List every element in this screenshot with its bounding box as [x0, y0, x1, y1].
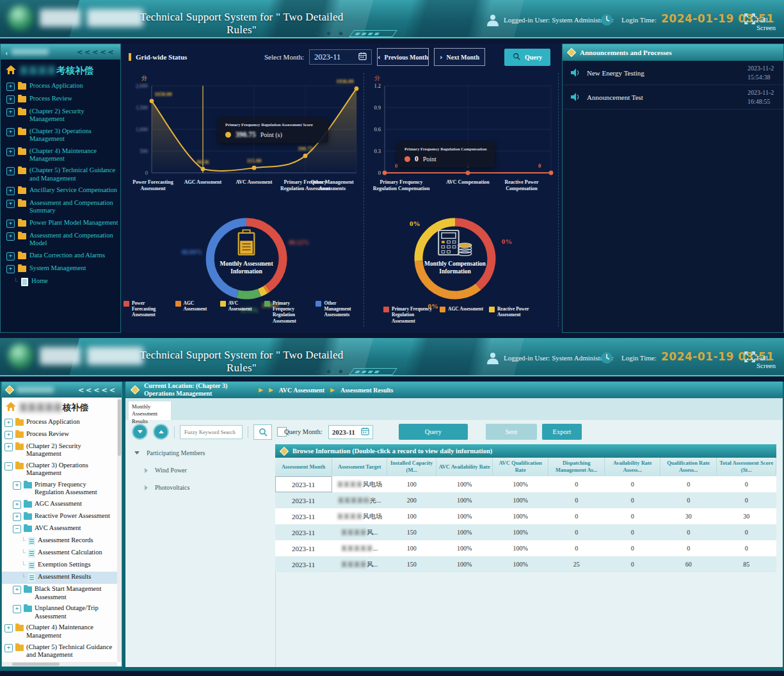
- sidebar-item[interactable]: └Assessment Records: [2, 535, 117, 547]
- breadcrumb-item[interactable]: Assessment Results: [340, 387, 394, 394]
- column-header[interactable]: Assessment Month: [275, 458, 332, 476]
- cell-value[interactable]: 0: [717, 540, 776, 556]
- tab-monthly-assessment-results[interactable]: Monthly Assessment Results: [128, 401, 172, 420]
- expand-plus-icon[interactable]: +: [6, 148, 15, 156]
- cell-value[interactable]: 25: [548, 556, 605, 572]
- expand-plus-icon[interactable]: +: [6, 83, 15, 91]
- cell-value[interactable]: 100%: [493, 524, 548, 540]
- sidebar-item[interactable]: −AVC Assessment: [2, 523, 117, 535]
- cell-value[interactable]: 100%: [436, 508, 493, 524]
- cell-assessment-target[interactable]: 某某某某某...: [332, 540, 387, 556]
- cell-value[interactable]: 150: [387, 556, 436, 572]
- cell-assessment-month[interactable]: 2023-11: [275, 476, 332, 493]
- query-button[interactable]: Query: [504, 49, 550, 66]
- cell-value[interactable]: 0: [605, 476, 660, 493]
- collapse-arrow-icon[interactable]: ‹: [5, 48, 8, 56]
- scrollbar-thumb[interactable]: [118, 399, 121, 456]
- members-item-photovoltaics[interactable]: Photovoltaics: [125, 479, 275, 496]
- cell-value[interactable]: 100%: [436, 492, 493, 508]
- export-button[interactable]: Export: [542, 424, 582, 440]
- expand-all-button[interactable]: [153, 424, 169, 440]
- column-header[interactable]: Assessment Target: [332, 458, 387, 476]
- column-header[interactable]: Total Assessment Score (St...: [717, 458, 776, 476]
- sidebar-item[interactable]: +(Chapter 3) Operations Management: [1, 125, 120, 145]
- search-button[interactable]: [253, 424, 272, 440]
- triangle-right-icon[interactable]: [145, 468, 148, 473]
- sent-button[interactable]: Sent: [486, 424, 537, 440]
- cell-assessment-month[interactable]: 2023-11: [275, 524, 332, 540]
- sidebar-item[interactable]: +(Chapter 2) Security Management: [1, 106, 120, 125]
- sidebar-item[interactable]: +Process Review: [2, 428, 117, 440]
- members-item-wind-power[interactable]: Wind Power: [125, 462, 275, 479]
- expand-plus-icon[interactable]: +: [6, 220, 15, 228]
- vertical-scrollbar[interactable]: [117, 398, 122, 662]
- cell-value[interactable]: 0: [717, 476, 776, 493]
- expand-plus-icon[interactable]: +: [6, 252, 15, 261]
- expand-plus-icon[interactable]: +: [6, 128, 15, 136]
- cell-value[interactable]: 30: [660, 508, 717, 524]
- sidebar-item[interactable]: └Assessment Calculation: [2, 547, 117, 559]
- cell-value[interactable]: 100%: [436, 524, 493, 540]
- cell-value[interactable]: 0: [660, 524, 717, 540]
- expand-plus-icon[interactable]: +: [6, 95, 15, 104]
- sidebar-item[interactable]: +Black Start Management Assessment: [2, 584, 117, 603]
- fullscreen-icon[interactable]: [744, 13, 755, 24]
- cell-value[interactable]: 0: [605, 540, 660, 556]
- sidebar-item[interactable]: −(Chapter 3) Operations Management: [2, 460, 117, 479]
- collapse-all-button[interactable]: [132, 424, 148, 440]
- cell-value[interactable]: 100%: [493, 540, 548, 556]
- expand-plus-icon[interactable]: +: [6, 265, 15, 273]
- table-row[interactable]: 2023-11某某某某某...100100%100%0000: [275, 540, 776, 556]
- fullscreen-icon[interactable]: [744, 351, 755, 362]
- fullscreen-label[interactable]: Full Screen: [756, 16, 784, 31]
- sidebar-item[interactable]: +Process Application: [2, 416, 117, 428]
- sidebar-item[interactable]: +Ancillary Service Compensation: [1, 184, 120, 197]
- cell-value[interactable]: 100: [387, 476, 436, 493]
- cell-assessment-month[interactable]: 2023-11: [275, 540, 332, 556]
- cell-value[interactable]: 0: [605, 492, 660, 508]
- expand-plus-icon[interactable]: +: [13, 586, 21, 594]
- expand-plus-icon[interactable]: +: [4, 624, 13, 632]
- triangle-down-icon[interactable]: [134, 451, 140, 455]
- previous-month-button[interactable]: ‹Previous Month: [377, 48, 429, 66]
- expand-minus-icon[interactable]: −: [4, 462, 13, 471]
- cell-value[interactable]: 0: [548, 540, 605, 556]
- expand-plus-icon[interactable]: +: [4, 644, 13, 652]
- expand-plus-icon[interactable]: +: [13, 501, 21, 509]
- expand-plus-icon[interactable]: +: [13, 481, 21, 490]
- sidebar-item[interactable]: +Assessment and Compensation Summary: [1, 197, 120, 217]
- expand-plus-icon[interactable]: +: [6, 200, 15, 208]
- sidebar-header[interactable]: ‹ <<<<<: [1, 44, 120, 60]
- cell-value[interactable]: 100%: [493, 556, 548, 572]
- sidebar-item[interactable]: +Assessment and Compensation Model: [1, 230, 120, 250]
- column-header[interactable]: Dispatching Management As...: [548, 458, 605, 476]
- table-row[interactable]: 2023-11某某某某机光...200100%100%0000: [275, 492, 776, 508]
- sidebar-item[interactable]: +AGC Assessment: [2, 499, 117, 511]
- sidebar-item[interactable]: +Power Plant Model Management: [1, 217, 120, 230]
- sidebar-item[interactable]: +(Chapter 4) Maintenance Management: [1, 145, 120, 165]
- cell-value[interactable]: 30: [717, 508, 776, 524]
- expand-plus-icon[interactable]: +: [4, 419, 13, 427]
- cell-assessment-target[interactable]: 某某某某风电场: [332, 508, 387, 524]
- cell-value[interactable]: 100%: [493, 492, 548, 508]
- sidebar-item[interactable]: +(Chapter 4) Maintenance Management: [2, 622, 117, 641]
- sidebar-item-home[interactable]: └Home: [1, 275, 120, 288]
- announcement-item[interactable]: New Energy Testing2023-11-215:54:38: [563, 61, 783, 85]
- cell-value[interactable]: 150: [387, 524, 436, 540]
- scrollbar-thumb[interactable]: [12, 663, 60, 666]
- next-month-button[interactable]: ›Next Month: [434, 48, 485, 66]
- sidebar-item[interactable]: +(Chapter 2) Security Management: [2, 440, 117, 460]
- table-row[interactable]: 2023-11某某某某风电场100100%100%003030: [275, 508, 776, 524]
- expand-plus-icon[interactable]: +: [4, 431, 13, 439]
- expand-plus-icon[interactable]: +: [4, 443, 13, 451]
- sidebar-item[interactable]: +Unplanned Outage/Trip Assessment: [2, 603, 117, 622]
- sidebar-item[interactable]: +Process Application: [1, 80, 120, 93]
- expand-plus-icon[interactable]: +: [6, 232, 15, 241]
- cell-value[interactable]: 100: [387, 508, 436, 524]
- cell-assessment-target[interactable]: 某某某某风...: [332, 524, 387, 540]
- column-header[interactable]: AVC Qualification Rate: [493, 458, 548, 476]
- calendar-icon[interactable]: [361, 427, 369, 437]
- collapse-chevrons-icon[interactable]: <<<<<: [77, 48, 116, 56]
- cell-value[interactable]: 0: [548, 476, 605, 493]
- sidebar-item[interactable]: +(Chapter 5) Technical Guidance and Mana…: [2, 641, 117, 661]
